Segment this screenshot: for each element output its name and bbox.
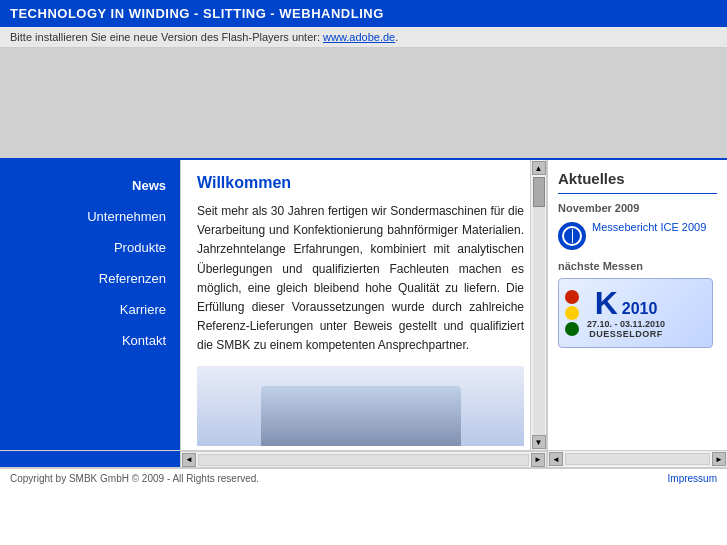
sidebar-item-news[interactable]: News — [0, 170, 180, 201]
sidebar-news-date: November 2009 — [558, 202, 717, 214]
center-content: Willkommen Seit mehr als 30 Jahren ferti… — [180, 160, 547, 450]
impressum-link[interactable]: Impressum — [668, 473, 717, 484]
globe-icon — [558, 222, 586, 250]
k2010-circles — [565, 290, 579, 336]
header-title: TECHNOLOGY IN WINDING - SLITTING - WEBHA… — [10, 6, 384, 21]
sidebar-item-kontakt[interactable]: Kontakt — [0, 325, 180, 356]
scroll-thumb[interactable] — [533, 177, 545, 207]
main-layout: News Unternehmen Produkte Referenzen Kar… — [0, 158, 727, 450]
content-title: Willkommen — [197, 174, 524, 192]
sidebar-next-section: nächste Messen — [558, 260, 717, 272]
sidebar-item-karriere[interactable]: Karriere — [0, 294, 180, 325]
horizontal-scrollbar[interactable]: ◄ ► — [180, 451, 547, 467]
k2010-dates: 27.10. - 03.11.2010 — [587, 319, 665, 329]
k2010-letter: K — [595, 287, 618, 319]
messebericht-link[interactable]: Messebericht ICE 2009 — [592, 221, 706, 233]
scroll-up-button[interactable]: ▲ — [532, 161, 546, 175]
k2010-banner[interactable]: K 2010 27.10. - 03.11.2010 DUESSELDORF — [558, 278, 713, 348]
k2010-year: 2010 — [622, 301, 658, 317]
content-body: Seit mehr als 30 Jahren fertigen wir Son… — [197, 202, 524, 356]
footer-copyright: Copyright by SMBK GmbH © 2009 - All Righ… — [10, 473, 259, 484]
k2010-city: DUESSELDORF — [589, 329, 663, 339]
left-nav: News Unternehmen Produkte Referenzen Kar… — [0, 160, 180, 450]
right-sidebar: Aktuelles November 2009 Messebericht ICE… — [547, 160, 727, 450]
nav-bottom-filler — [0, 451, 180, 467]
footer: Copyright by SMBK GmbH © 2009 - All Righ… — [0, 468, 727, 488]
hscroll-track[interactable] — [198, 454, 529, 466]
sidebar-hscroll-track[interactable] — [565, 453, 710, 465]
k2010-circle-yellow — [565, 306, 579, 320]
sidebar-news-text: Messebericht ICE 2009 — [592, 220, 706, 235]
flash-notice-text: Bitte installieren Sie eine neue Version… — [10, 31, 323, 43]
hscroll-right-button[interactable]: ► — [531, 453, 545, 467]
sidebar-item-referenzen[interactable]: Referenzen — [0, 263, 180, 294]
hscroll-left-button[interactable]: ◄ — [182, 453, 196, 467]
content-scroll-area[interactable]: Willkommen Seit mehr als 30 Jahren ferti… — [181, 160, 546, 450]
k2010-circle-red — [565, 290, 579, 304]
sidebar-item-unternehmen[interactable]: Unternehmen — [0, 201, 180, 232]
scroll-track[interactable] — [533, 177, 545, 448]
sidebar-hscroll-left[interactable]: ◄ — [549, 452, 563, 466]
sidebar-news-item: Messebericht ICE 2009 — [558, 220, 717, 250]
sidebar-hscroll[interactable]: ◄ ► — [547, 451, 727, 467]
sidebar-hscroll-right[interactable]: ► — [712, 452, 726, 466]
sidebar-item-produkte[interactable]: Produkte — [0, 232, 180, 263]
sidebar-bottom-filler: ◄ ► — [547, 451, 727, 467]
k2010-text: K 2010 27.10. - 03.11.2010 DUESSELDORF — [587, 287, 665, 339]
flash-placeholder — [0, 48, 727, 158]
sidebar-divider — [558, 193, 717, 194]
scroll-down-button[interactable]: ▼ — [532, 435, 546, 449]
machine-image — [261, 386, 461, 446]
content-image — [197, 366, 524, 446]
flash-notice-bar: Bitte installieren Sie eine neue Version… — [0, 27, 727, 48]
vertical-scrollbar[interactable]: ▲ ▼ — [530, 160, 546, 450]
sidebar-title: Aktuelles — [558, 170, 717, 187]
adobe-link[interactable]: www.adobe.de — [323, 31, 395, 43]
site-header: TECHNOLOGY IN WINDING - SLITTING - WEBHA… — [0, 0, 727, 27]
k2010-circle-green — [565, 322, 579, 336]
